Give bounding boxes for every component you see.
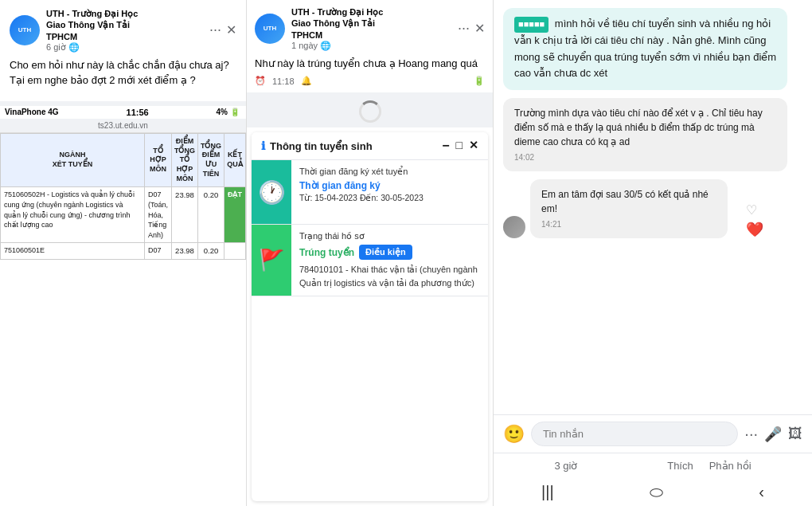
clock-icon: 🕐 <box>258 179 286 206</box>
second-post-name: UTH - Trường Đại Học Giao Thông Vận Tải … <box>291 6 383 41</box>
trung-tuyen-status: Trúng tuyển <box>299 247 354 258</box>
cell-tohop-2: D07 <box>144 243 171 259</box>
post-header-left: UTH UTH - Trường Đại Học Giao Thông Vận … <box>10 8 138 53</box>
second-close-icon[interactable]: ✕ <box>474 21 485 36</box>
clock-box: 🕐 <box>252 160 291 224</box>
cell-diem-2: 23.98 <box>172 243 198 259</box>
table-row-2: 751060501E D07 23.98 0.20 <box>1 243 246 259</box>
signal-label: VinaPhone 4G <box>5 108 59 116</box>
second-post-meta: 1 ngày 🌐 <box>291 41 383 51</box>
post-info: UTH - Trường Đại Học Giao Thông Vận Tải … <box>46 8 138 53</box>
col-tohop: TỔHỢPMÔN <box>144 133 171 186</box>
chat-time-2: 14:02 <box>514 151 776 163</box>
bottom-nav: ||| ⬭ ‹ <box>494 478 812 506</box>
flag-box: 🚩 <box>252 225 291 296</box>
cell-ketqua-2 <box>224 243 246 259</box>
chat-input[interactable] <box>531 422 738 446</box>
col-uutien: TỔNGĐIỂMƯUTIÊN <box>198 133 224 186</box>
chat-footer: 3 giờ Thích Phản hồi <box>494 453 812 478</box>
info-close-icon[interactable]: ✕ <box>469 139 478 153</box>
info-card-controls[interactable]: − □ ✕ <box>442 139 478 153</box>
description-text: 784010101 - Khai thác vận tải (chuyên ng… <box>299 260 480 289</box>
reply-row: Em an tâm đợi sau 30/5 có kết quả nhé em… <box>503 179 763 238</box>
post-text: Cho em hỏi như này là chắc chắn đậu chưa… <box>10 57 236 88</box>
chat-bubble-sent: ■■■■■ mình hỏi về tiêu chí tuyển sinh và… <box>503 8 787 90</box>
chat-reply-bubble: Em an tâm đợi sau 30/5 có kết quả nhé em… <box>530 179 728 238</box>
notification-icon: 🔔 <box>301 76 312 86</box>
dieu-kien-button[interactable]: Điều kiện <box>359 245 412 260</box>
footer-actions: Thích Phản hồi <box>667 460 751 472</box>
table-row: 751060502H - Logistics và quản lý chuỗi … <box>1 187 246 243</box>
cell-uutien: 0.20 <box>198 187 224 243</box>
chat-item-3: Em an tâm đợi sau 30/5 có kết quả nhé em… <box>503 179 802 238</box>
url-text: ts23.ut.edu.vn <box>98 121 148 130</box>
post-time: 6 giờ <box>46 42 66 53</box>
data-table: NGÀNHXÉT TUYỂN TỔHỢPMÔN ĐIỂMTỔNGTỔHỢPMÔN… <box>0 133 246 260</box>
cell-ketqua: ĐẠT <box>224 187 246 243</box>
post-header: UTH UTH - Trường Đại Học Giao Thông Vận … <box>10 8 236 53</box>
nav-home-icon[interactable]: ⬭ <box>650 483 663 501</box>
col-ketqua: KẾTQUẢ <box>224 133 246 186</box>
reply-button[interactable]: Phản hồi <box>709 460 751 472</box>
chat-messages: ■■■■■ mình hỏi về tiêu chí tuyển sinh và… <box>494 0 812 414</box>
expand-icon[interactable]: □ <box>456 139 463 153</box>
chat-item-1: ■■■■■ mình hỏi về tiêu chí tuyển sinh và… <box>503 8 802 90</box>
more-options-icon[interactable]: ··· <box>209 22 221 38</box>
spinner-area <box>247 96 493 127</box>
second-post-header-left: UTH UTH - Trường Đại Học Giao Thông Vận … <box>255 6 383 51</box>
post-name: UTH - Trường Đại Học Giao Thông Vận Tải … <box>46 8 138 42</box>
second-more-icon[interactable]: ··· <box>458 20 470 37</box>
status-content: Trạng thái hồ sơ Trúng tuyển Điều kiện 7… <box>291 225 488 296</box>
cell-nganh: 751060502H - Logistics và quản lý chuỗi … <box>1 187 145 243</box>
flag-icon: 🚩 <box>259 248 284 273</box>
chat-received: Trường mình dựa vào tiêu chí nào để xét … <box>503 98 787 171</box>
chat-item-2: Trường mình dựa vào tiêu chí nào để xét … <box>503 98 802 171</box>
chat-input-row: 🙂 ··· 🎤 🖼 <box>494 414 812 453</box>
second-post-icons: ⏰ 11:18 🔔 🔋 <box>255 76 485 86</box>
globe-icon: 🌐 <box>68 42 80 53</box>
chat-text-3: Em an tâm đợi sau 30/5 có kết quả nhé em… <box>541 189 709 214</box>
second-post-time: 1 ngày <box>291 41 318 50</box>
nav-lines-icon[interactable]: ||| <box>541 483 554 501</box>
info-section-status: 🚩 Trạng thái hồ sơ Trúng tuyển Điều kiện… <box>252 225 488 296</box>
info-section-time: 🕐 Thời gian đăng ký xét tuyển Thời gian … <box>252 160 488 225</box>
second-globe-icon: 🌐 <box>320 41 331 51</box>
second-post-info: UTH - Trường Đại Học Giao Thông Vận Tải … <box>291 6 383 51</box>
image-icon[interactable]: 🖼 <box>788 426 802 442</box>
nav-back-icon[interactable]: ‹ <box>759 483 764 501</box>
like-button[interactable]: Thích <box>667 460 693 472</box>
time-label: Thời gian đăng ký xét tuyển <box>299 167 480 177</box>
avatar: UTH <box>10 15 40 45</box>
minimize-icon[interactable]: − <box>442 139 449 153</box>
dots-options-icon[interactable]: ··· <box>744 425 758 443</box>
second-post-actions[interactable]: ··· ✕ <box>458 20 485 37</box>
cell-nganh-2: 751060501E <box>1 243 145 259</box>
reaction-icons: ♡ ❤️ <box>746 202 763 238</box>
table-section: NGÀNHXÉT TUYỂN TỔHỢPMÔN ĐIỂMTỔNGTỔHỢPMÔN… <box>0 133 246 506</box>
second-avatar: UTH <box>255 14 285 44</box>
cell-uutien-2: 0.20 <box>198 243 224 259</box>
col-diem: ĐIỂMTỔNGTỔHỢPMÔN <box>172 133 198 186</box>
second-post-header: UTH UTH - Trường Đại Học Giao Thông Vận … <box>255 6 485 51</box>
heart-outline-icon[interactable]: ♡ <box>746 202 763 218</box>
post-actions[interactable]: ··· ✕ <box>209 22 236 38</box>
chat-text-1: mình hỏi về tiêu chí tuyển sinh và nhiều… <box>514 18 776 79</box>
left-fb-post: UTH UTH - Trường Đại Học Giao Thông Vận … <box>0 0 246 106</box>
left-panel: UTH UTH - Trường Đại Học Giao Thông Vận … <box>0 0 247 506</box>
heart-filled-icon[interactable]: ❤️ <box>746 221 763 238</box>
right-panel: ■■■■■ mình hỏi về tiêu chí tuyển sinh và… <box>494 0 812 506</box>
middle-panel: UTH UTH - Trường Đại Học Giao Thông Vận … <box>247 0 494 506</box>
post-meta: 6 giờ 🌐 <box>46 42 138 53</box>
info-card-title: Thông tin tuyển sinh <box>270 140 373 152</box>
microphone-icon[interactable]: 🎤 <box>764 426 782 443</box>
battery-level: 4% <box>217 108 228 116</box>
avatar-img: UTH <box>10 15 40 45</box>
time-display: 11:56 <box>127 108 149 117</box>
time-ago: 3 giờ <box>554 460 577 472</box>
cell-tohop: D07(Toán,Hóa,TiếngAnh) <box>144 187 171 243</box>
second-post: UTH UTH - Trường Đại Học Giao Thông Vận … <box>247 0 493 96</box>
col-nganh: NGÀNHXÉT TUYỂN <box>1 133 145 186</box>
second-avatar-img: UTH <box>255 14 285 44</box>
close-icon[interactable]: ✕ <box>226 22 236 37</box>
emoji-icon[interactable]: 🙂 <box>503 424 525 445</box>
